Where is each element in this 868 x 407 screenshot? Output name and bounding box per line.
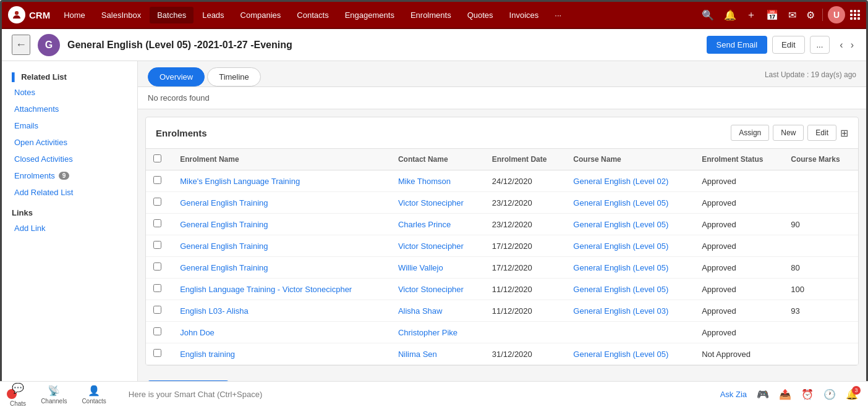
contact-name-cell-link[interactable]: Victor Stonecipher	[398, 241, 464, 251]
sidebar-item-open-activities[interactable]: Open Activities	[2, 134, 137, 151]
nav-more[interactable]: ···	[547, 7, 569, 23]
row-checkbox[interactable]	[153, 349, 161, 357]
row-checkbox[interactable]	[153, 327, 161, 335]
enrolment-name-cell[interactable]: General English Training	[172, 192, 391, 214]
course-name-cell[interactable]: General English (Level 05)	[566, 192, 694, 214]
sidebar-item-closed-activities[interactable]: Closed Activities	[2, 151, 137, 167]
enrolment-name-cell-link[interactable]: General English Training	[180, 220, 268, 229]
new-enrolment-button[interactable]: New	[773, 125, 804, 141]
enrolment-name-cell[interactable]: English L03- Alisha	[172, 300, 391, 322]
mail-icon[interactable]: ✉	[786, 7, 799, 23]
enrolment-name-cell[interactable]: General English Training	[172, 257, 391, 279]
nav-salesinbox[interactable]: SalesInbox	[94, 7, 148, 23]
enrolment-name-cell-link[interactable]: English training	[180, 350, 235, 359]
contact-name-cell-link[interactable]: Victor Stonecipher	[398, 285, 464, 294]
contact-name-cell[interactable]: Charles Prince	[391, 214, 485, 235]
ask-zia-button[interactable]: Ask Zia	[720, 390, 747, 399]
course-name-cell-link[interactable]: General English (Level 05)	[573, 220, 668, 229]
row-checkbox-cell[interactable]	[146, 322, 172, 343]
search-icon[interactable]: 🔍	[699, 7, 717, 23]
nav-companies[interactable]: Companies	[233, 7, 289, 23]
send-email-button[interactable]: Send Email	[707, 36, 767, 54]
course-name-cell[interactable]: General English (Level 05)	[566, 257, 694, 279]
prev-record-button[interactable]: ‹	[837, 37, 845, 53]
contacts-button[interactable]: 👤 Contacts	[82, 385, 106, 405]
course-name-cell[interactable]: General English (Level 05)	[566, 279, 694, 300]
sidebar-item-emails[interactable]: Emails	[2, 117, 137, 134]
logo[interactable]: CRM	[8, 6, 50, 23]
row-checkbox-cell[interactable]	[146, 192, 172, 214]
nav-engagements[interactable]: Engagements	[338, 7, 402, 23]
row-checkbox[interactable]	[153, 284, 161, 292]
sidebar-item-add-link[interactable]: Add Link	[2, 220, 137, 237]
plus-icon[interactable]: ＋	[744, 6, 759, 24]
contact-name-cell[interactable]: Christopher Pike	[391, 322, 485, 343]
row-checkbox-cell[interactable]	[146, 257, 172, 279]
assign-button[interactable]: Assign	[731, 125, 769, 141]
course-name-cell-link[interactable]: General English (Level 03)	[573, 306, 668, 316]
contact-name-cell-link[interactable]: Charles Prince	[398, 220, 451, 229]
contact-name-cell-link[interactable]: Willie Vallejo	[398, 263, 443, 272]
sidebar-item-add-related-list[interactable]: Add Related List	[2, 184, 137, 201]
contact-name-cell-link[interactable]: Nilima Sen	[398, 350, 437, 359]
nav-contacts[interactable]: Contacts	[289, 7, 336, 23]
row-checkbox[interactable]	[153, 306, 161, 314]
course-name-cell[interactable]: General English (Level 03)	[566, 300, 694, 322]
row-checkbox-cell[interactable]	[146, 170, 172, 192]
share-icon[interactable]: 📤	[779, 388, 791, 400]
nav-home[interactable]: Home	[56, 7, 93, 23]
bell-icon[interactable]: 🔔	[721, 7, 739, 23]
enrolment-name-cell-link[interactable]: English L03- Alisha	[180, 306, 249, 316]
contact-name-cell[interactable]: Alisha Shaw	[391, 300, 485, 322]
contact-name-cell[interactable]: Victor Stonecipher	[391, 235, 485, 257]
row-checkbox[interactable]	[153, 262, 161, 271]
enrolment-name-cell[interactable]: General English Training	[172, 235, 391, 257]
more-options-button[interactable]: ...	[810, 36, 830, 54]
row-checkbox-cell[interactable]	[146, 214, 172, 235]
tab-timeline[interactable]: Timeline	[207, 67, 261, 86]
enrolment-name-cell-link[interactable]: General English Training	[180, 241, 268, 251]
enrolment-name-cell[interactable]: General English Training	[172, 214, 391, 235]
clock-icon[interactable]: 🕐	[823, 388, 836, 400]
row-checkbox-cell[interactable]	[146, 300, 172, 322]
enrolment-name-cell-link[interactable]: English Language Training - Victor Stone…	[180, 285, 352, 294]
row-checkbox[interactable]	[153, 176, 161, 184]
contact-name-cell[interactable]: Victor Stonecipher	[391, 192, 485, 214]
contact-name-cell[interactable]: Mike Thomson	[391, 170, 485, 192]
contact-name-cell-link[interactable]: Mike Thomson	[398, 177, 451, 186]
row-checkbox[interactable]	[153, 219, 161, 227]
contact-name-cell-link[interactable]: Christopher Pike	[398, 328, 457, 337]
column-settings-icon[interactable]: ⊞	[840, 127, 848, 139]
course-name-cell[interactable]: General English (Level 05)	[566, 235, 694, 257]
select-all-checkbox[interactable]	[153, 154, 161, 162]
contact-name-cell-link[interactable]: Victor Stonecipher	[398, 198, 464, 208]
channels-button[interactable]: 📡 Channels	[41, 385, 67, 405]
row-checkbox[interactable]	[153, 198, 161, 206]
contact-name-cell[interactable]: Willie Vallejo	[391, 257, 485, 279]
game-icon[interactable]: 🎮	[757, 388, 769, 400]
nav-enrolments[interactable]: Enrolments	[403, 7, 459, 23]
next-record-button[interactable]: ›	[848, 37, 856, 53]
row-checkbox-cell[interactable]	[146, 343, 172, 365]
course-name-cell-link[interactable]: General English (Level 02)	[573, 177, 668, 186]
enrolment-name-cell[interactable]: Mike's English Language Training	[172, 170, 391, 192]
course-name-cell[interactable]: General English (Level 02)	[566, 170, 694, 192]
contact-name-cell[interactable]: Victor Stonecipher	[391, 279, 485, 300]
calendar-icon[interactable]: 📅	[764, 7, 781, 23]
tab-overview[interactable]: Overview	[148, 67, 205, 86]
nav-invoices[interactable]: Invoices	[502, 7, 547, 23]
nav-quotes[interactable]: Quotes	[460, 7, 501, 23]
enrolment-name-cell[interactable]: English training	[172, 343, 391, 365]
enrolment-name-cell-link[interactable]: Mike's English Language Training	[180, 177, 300, 186]
enrolment-name-cell-link[interactable]: John Doe	[180, 328, 215, 337]
nav-batches[interactable]: Batches	[150, 7, 194, 23]
back-button[interactable]: ←	[12, 35, 30, 55]
row-checkbox-cell[interactable]	[146, 279, 172, 300]
contact-name-cell-link[interactable]: Alisha Shaw	[398, 306, 443, 316]
edit-button[interactable]: Edit	[772, 36, 804, 54]
sidebar-item-enrolments[interactable]: Enrolments 9	[2, 167, 137, 184]
enrolment-name-cell[interactable]: English Language Training - Victor Stone…	[172, 279, 391, 300]
course-name-cell-link[interactable]: General English (Level 05)	[573, 241, 668, 251]
nav-leads[interactable]: Leads	[195, 7, 231, 23]
chats-button[interactable]: 💬 Chats	[10, 382, 26, 407]
